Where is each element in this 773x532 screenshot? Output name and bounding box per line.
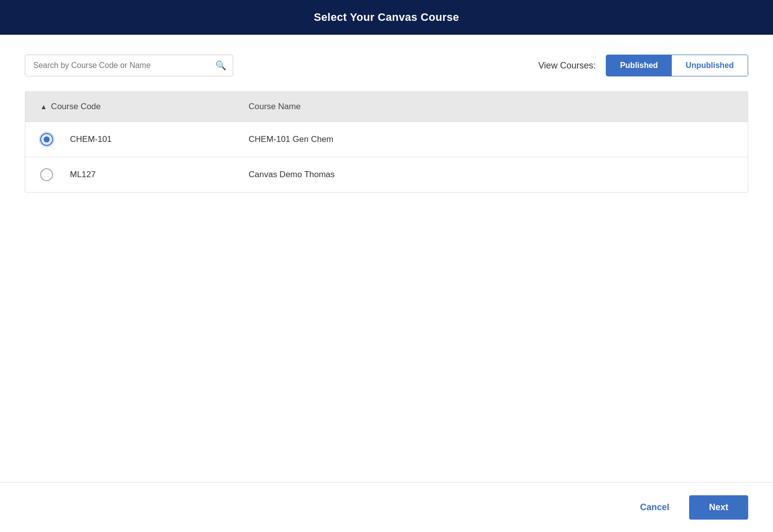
radio-cell-chem101	[40, 133, 70, 146]
unpublished-button[interactable]: Unpublished	[672, 55, 748, 76]
search-input[interactable]	[25, 55, 233, 76]
course-name-column-header: Course Name	[249, 102, 301, 112]
courses-table: ▲ Course Code Course Name CHEM-101 CHEM-…	[25, 91, 748, 193]
sort-icon: ▲	[40, 103, 47, 111]
course-code-header-label: Course Code	[51, 102, 101, 112]
search-wrapper: 🔍	[25, 55, 233, 76]
course-code-chem101: CHEM-101	[70, 134, 249, 144]
course-code-column-header[interactable]: ▲ Course Code	[40, 102, 249, 112]
radio-button-chem101[interactable]	[40, 133, 53, 146]
table-header: ▲ Course Code Course Name	[25, 92, 748, 122]
radio-button-ml127[interactable]	[40, 168, 53, 181]
page-header: Select Your Canvas Course	[0, 0, 773, 35]
table-row[interactable]: ML127 Canvas Demo Thomas	[25, 157, 748, 192]
radio-inner-chem101	[44, 136, 50, 142]
toolbar: 🔍 View Courses: Published Unpublished	[25, 55, 748, 76]
table-row[interactable]: CHEM-101 CHEM-101 Gen Chem	[25, 122, 748, 157]
course-name-ml127: Canvas Demo Thomas	[249, 170, 335, 180]
course-code-ml127: ML127	[70, 170, 249, 180]
cancel-button[interactable]: Cancel	[630, 496, 679, 519]
search-icon: 🔍	[215, 60, 226, 71]
view-courses-toggle: Published Unpublished	[606, 55, 748, 76]
published-button[interactable]: Published	[606, 55, 672, 76]
page-title: Select Your Canvas Course	[314, 11, 459, 23]
radio-cell-ml127	[40, 168, 70, 181]
course-name-chem101: CHEM-101 Gen Chem	[249, 134, 333, 144]
next-button[interactable]: Next	[689, 495, 748, 520]
footer: Cancel Next	[0, 482, 773, 532]
view-courses-label: View Courses:	[538, 61, 596, 71]
